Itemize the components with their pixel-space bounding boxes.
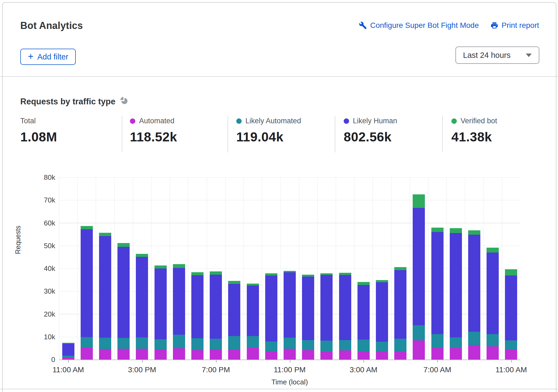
bar-segment-automated[interactable]: [320, 352, 333, 360]
bar-10-00-pm[interactable]: [265, 273, 277, 360]
bar-segment-likely-automated[interactable]: [99, 338, 111, 349]
bar-segment-likely-automated[interactable]: [247, 336, 259, 348]
bar-segment-verified-bot[interactable]: [450, 228, 462, 233]
bar-segment-likely-human[interactable]: [173, 268, 185, 335]
bar-8-00-am[interactable]: [450, 228, 462, 360]
bar-segment-likely-human[interactable]: [450, 233, 462, 338]
bar-segment-likely-human[interactable]: [394, 270, 406, 339]
bar-segment-likely-automated[interactable]: [320, 341, 333, 351]
bar-segment-verified-bot[interactable]: [394, 267, 406, 270]
bar-segment-likely-human[interactable]: [62, 344, 74, 356]
bar-segment-likely-human[interactable]: [505, 275, 517, 340]
bar-segment-verified-bot[interactable]: [247, 284, 259, 286]
bar-segment-verified-bot[interactable]: [155, 265, 167, 268]
bar-segment-automated[interactable]: [247, 348, 259, 360]
bar-11-00-am[interactable]: [505, 269, 517, 360]
bar-segment-verified-bot[interactable]: [505, 269, 517, 275]
bar-segment-automated[interactable]: [431, 348, 444, 360]
bar-segment-likely-human[interactable]: [431, 232, 444, 334]
bar-segment-likely-human[interactable]: [339, 275, 351, 340]
bar-12-00-am[interactable]: [302, 275, 314, 360]
bar-11-00-am[interactable]: [62, 343, 74, 360]
bar-segment-likely-automated[interactable]: [173, 335, 185, 348]
bar-6-00-am[interactable]: [413, 194, 425, 360]
bar-segment-verified-bot[interactable]: [431, 228, 444, 232]
bar-segment-likely-automated[interactable]: [284, 338, 296, 349]
bar-segment-likely-human[interactable]: [81, 229, 93, 337]
configure-super-bot-fight-mode-link[interactable]: Configure Super Bot Fight Mode: [359, 21, 479, 30]
bar-segment-likely-human[interactable]: [320, 275, 333, 341]
bar-segment-automated[interactable]: [62, 357, 74, 360]
bar-segment-likely-automated[interactable]: [357, 340, 370, 351]
bar-segment-automated[interactable]: [228, 350, 240, 360]
bar-segment-automated[interactable]: [450, 348, 462, 360]
bar-segment-automated[interactable]: [284, 349, 296, 360]
bar-segment-likely-automated[interactable]: [339, 340, 351, 350]
bar-segment-automated[interactable]: [136, 349, 148, 360]
bar-segment-automated[interactable]: [210, 349, 222, 360]
bar-segment-likely-automated[interactable]: [136, 337, 148, 349]
bar-segment-likely-automated[interactable]: [228, 336, 240, 350]
bar-segment-likely-human[interactable]: [376, 282, 388, 342]
bar-segment-likely-automated[interactable]: [468, 332, 480, 345]
bar-6-00-pm[interactable]: [191, 272, 203, 360]
bar-segment-likely-human[interactable]: [468, 235, 480, 332]
bar-segment-verified-bot[interactable]: [339, 273, 351, 275]
bar-segment-likely-human[interactable]: [487, 253, 499, 334]
bar-segment-automated[interactable]: [302, 350, 314, 360]
bar-segment-automated[interactable]: [339, 350, 351, 360]
bar-segment-likely-human[interactable]: [284, 272, 296, 338]
bar-segment-verified-bot[interactable]: [302, 275, 314, 277]
bar-9-00-am[interactable]: [468, 230, 480, 360]
bar-1-00-pm[interactable]: [99, 233, 111, 360]
bar-segment-likely-automated[interactable]: [117, 338, 130, 349]
bar-segment-verified-bot[interactable]: [173, 264, 185, 268]
bar-8-00-pm[interactable]: [228, 281, 240, 360]
bar-segment-verified-bot[interactable]: [357, 282, 370, 285]
print-report-link[interactable]: Print report: [490, 21, 539, 30]
bar-11-00-pm[interactable]: [284, 271, 296, 360]
bar-3-00-pm[interactable]: [136, 254, 148, 360]
bar-segment-verified-bot[interactable]: [265, 273, 277, 275]
bar-segment-verified-bot[interactable]: [117, 243, 130, 247]
bar-segment-verified-bot[interactable]: [413, 194, 425, 208]
bar-segment-likely-human[interactable]: [247, 285, 259, 336]
bar-segment-automated[interactable]: [505, 350, 517, 360]
bar-1-00-am[interactable]: [320, 273, 333, 360]
bar-9-00-pm[interactable]: [247, 284, 259, 360]
bar-4-00-am[interactable]: [376, 280, 388, 360]
bar-segment-likely-automated[interactable]: [62, 356, 74, 358]
bar-segment-likely-human[interactable]: [228, 284, 240, 336]
bar-segment-verified-bot[interactable]: [99, 233, 111, 236]
bar-segment-automated[interactable]: [394, 351, 406, 360]
bar-3-00-am[interactable]: [357, 282, 370, 360]
bar-segment-likely-human[interactable]: [155, 268, 167, 339]
bar-segment-likely-automated[interactable]: [487, 334, 499, 347]
bar-7-00-pm[interactable]: [210, 271, 222, 360]
bar-5-00-pm[interactable]: [173, 264, 185, 360]
bar-segment-verified-bot[interactable]: [210, 271, 222, 275]
bar-segment-automated[interactable]: [191, 350, 203, 360]
bar-segment-likely-automated[interactable]: [155, 339, 167, 349]
bar-segment-verified-bot[interactable]: [191, 272, 203, 275]
bar-segment-likely-automated[interactable]: [394, 339, 406, 351]
bar-10-00-am[interactable]: [487, 248, 499, 360]
add-filter-button[interactable]: + Add filter: [20, 49, 76, 65]
bar-2-00-pm[interactable]: [117, 243, 130, 360]
bar-segment-automated[interactable]: [117, 349, 130, 360]
bar-segment-automated[interactable]: [413, 340, 425, 360]
bar-segment-automated[interactable]: [468, 345, 480, 360]
bar-segment-verified-bot[interactable]: [81, 226, 93, 229]
bar-segment-automated[interactable]: [487, 346, 499, 360]
bar-segment-likely-human[interactable]: [99, 236, 111, 338]
bar-segment-likely-automated[interactable]: [376, 342, 388, 351]
bar-segment-automated[interactable]: [81, 347, 93, 360]
bar-segment-likely-human[interactable]: [265, 275, 277, 341]
bar-segment-likely-human[interactable]: [136, 257, 148, 337]
bar-segment-automated[interactable]: [357, 351, 370, 360]
bar-segment-likely-automated[interactable]: [431, 334, 444, 348]
bar-segment-likely-human[interactable]: [357, 285, 370, 340]
bar-2-00-am[interactable]: [339, 273, 351, 360]
bar-segment-likely-automated[interactable]: [302, 340, 314, 350]
bar-segment-likely-automated[interactable]: [505, 340, 517, 350]
